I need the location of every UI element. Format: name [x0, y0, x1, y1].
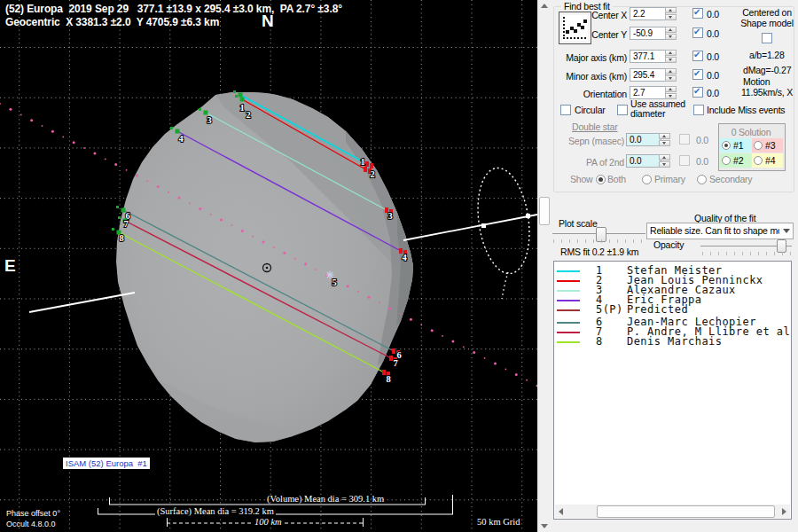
- major-axis-checkbox[interactable]: [692, 51, 703, 61]
- predicted-dot: [484, 357, 486, 359]
- hscroll-thumb[interactable]: [597, 505, 775, 518]
- orientation-input[interactable]: 2.7: [630, 86, 666, 99]
- solution-1-radio[interactable]: [722, 141, 731, 150]
- show-secondary-radio[interactable]: [697, 175, 707, 184]
- sepn-spinner[interactable]: [659, 133, 670, 146]
- show-primary-radio[interactable]: [642, 175, 652, 184]
- dropdown-arrow-icon: [783, 229, 790, 233]
- chord-label: 1: [360, 157, 364, 167]
- observer-number[interactable]: 5(P): [596, 303, 623, 316]
- predicted-dot: [304, 262, 307, 265]
- predicted-dot: [347, 285, 349, 287]
- chord-label: 7: [393, 358, 397, 368]
- chord-label: 8: [386, 374, 390, 384]
- center-x-checkbox[interactable]: [692, 8, 703, 19]
- predicted-dot: [178, 197, 181, 200]
- predicted-dot: [231, 224, 233, 226]
- orientation-delta: 0.0: [707, 88, 719, 98]
- major-axis-spinner[interactable]: [665, 50, 677, 63]
- include-miss-checkbox[interactable]: [693, 105, 704, 115]
- legend-line: [557, 280, 580, 282]
- occultation-plot[interactable]: 5 11223344667788: [0, 0, 537, 532]
- minor-axis-input[interactable]: 295.4: [630, 68, 666, 82]
- minor-axis-checkbox[interactable]: [692, 69, 703, 80]
- scroll-left-arrow[interactable]: [559, 508, 563, 515]
- pa2-checkbox[interactable]: [679, 155, 690, 166]
- disappearance-marker: [112, 228, 114, 231]
- observer-name[interactable]: Predicted: [627, 303, 688, 316]
- sepn-delta: 0.0: [696, 135, 708, 145]
- center-y-input[interactable]: -50.9: [630, 27, 666, 40]
- sepn-label: Sepn (masec): [562, 136, 624, 146]
- show-both-radio[interactable]: [596, 175, 606, 184]
- center-x-input[interactable]: 2.2: [630, 7, 666, 20]
- circular-label: Circular: [575, 105, 606, 115]
- circular-checkbox[interactable]: [560, 105, 571, 115]
- predicted-dot: [316, 269, 317, 270]
- center-y-spinner[interactable]: [665, 27, 677, 40]
- orientation-checkbox[interactable]: [692, 87, 703, 98]
- solution-4-radio[interactable]: [754, 156, 763, 165]
- predicted-dot: [273, 246, 275, 248]
- solution-1-cell[interactable]: #1: [720, 138, 751, 153]
- show-both-label: Both: [607, 174, 626, 184]
- solution-2-cell[interactable]: #2: [720, 153, 751, 168]
- chord-label: 2: [246, 110, 250, 120]
- quality-dropdown[interactable]: Reliable size. Can fit to shape mode: [646, 223, 794, 239]
- solution-3-cell[interactable]: #3: [752, 138, 783, 153]
- center-x-label: Center X: [529, 10, 627, 20]
- solution-4-cell[interactable]: #4: [752, 153, 783, 168]
- orientation-spinner[interactable]: [665, 86, 677, 99]
- observer-number[interactable]: 8: [596, 335, 603, 348]
- pa2-delta: 0.0: [696, 156, 708, 167]
- center-y-checkbox[interactable]: [692, 27, 703, 38]
- predicted-dot: [451, 340, 454, 343]
- axis-ratio-label: a/b=1.28: [749, 50, 785, 60]
- observer-name[interactable]: Denis Marchais: [627, 335, 722, 348]
- disappearance-marker: [235, 95, 238, 98]
- plot-canvas: 5 11223344667788: [0, 0, 537, 532]
- scroll-down-arrow[interactable]: [541, 524, 548, 528]
- observer-list-hscrollbar[interactable]: [555, 505, 790, 518]
- motion-label: Motion: [743, 76, 770, 87]
- predicted-dot: [20, 114, 22, 116]
- center-x-spinner[interactable]: [665, 7, 677, 20]
- opacity-label: Opacity: [653, 239, 684, 250]
- disappearance-marker: [176, 129, 180, 134]
- use-assumed-checkbox[interactable]: [617, 105, 628, 115]
- centered-on-checkbox[interactable]: [762, 33, 772, 43]
- sepn-input[interactable]: 0.0: [626, 133, 661, 146]
- dmag-label: dMag=-0.27: [743, 65, 791, 75]
- solution-3-radio[interactable]: [754, 141, 763, 150]
- reappearance-marker: [365, 161, 369, 167]
- quality-dropdown-value: Reliable size. Can fit to shape mode: [650, 223, 779, 239]
- pa2-label: PA of 2nd: [562, 157, 624, 168]
- solutions-title: 0 Solution: [719, 127, 783, 137]
- pa2-input[interactable]: 0.0: [626, 154, 661, 168]
- isam-shape-label[interactable]: ISAM (52) Europa #1: [63, 458, 150, 469]
- predicted-dot: [189, 202, 191, 204]
- predicted-dot: [199, 207, 201, 210]
- scroll-right-arrow[interactable]: [782, 508, 786, 515]
- predicted-dot: [136, 175, 138, 177]
- rms-label: RMS fit 0.2 ±1.9 km: [560, 246, 638, 257]
- pa2-spinner[interactable]: [659, 154, 670, 168]
- disappearance-marker: [118, 216, 121, 219]
- predicted-dot: [463, 346, 465, 348]
- scroll-up-arrow[interactable]: [541, 4, 548, 8]
- chord-label: 3: [387, 211, 392, 221]
- predicted-dot: [431, 329, 434, 332]
- sepn-checkbox[interactable]: [679, 134, 690, 145]
- plot-title: (52) Europa 2019 Sep 29 377.1 ±13.9 x 29…: [5, 3, 342, 15]
- include-miss-label: Include Miss events: [707, 105, 785, 115]
- minor-axis-spinner[interactable]: [665, 68, 677, 82]
- chord-label: 5: [332, 278, 336, 287]
- observer-list[interactable]: 1Stefan Meister2Jean Louis Penninckx3Ale…: [553, 261, 792, 520]
- scroll-thumb[interactable]: [539, 197, 550, 225]
- solution-2-radio[interactable]: [722, 156, 731, 165]
- grid-scale-label: 50 km Grid: [477, 517, 520, 527]
- plot-subtitle: Geocentric X 3381.3 ±2.0 Y 4705.9 ±6.3 k…: [5, 16, 219, 28]
- major-axis-input[interactable]: 377.1: [630, 50, 666, 63]
- reappearance-marker: [364, 167, 367, 172]
- opacity-thumb[interactable]: [777, 239, 786, 253]
